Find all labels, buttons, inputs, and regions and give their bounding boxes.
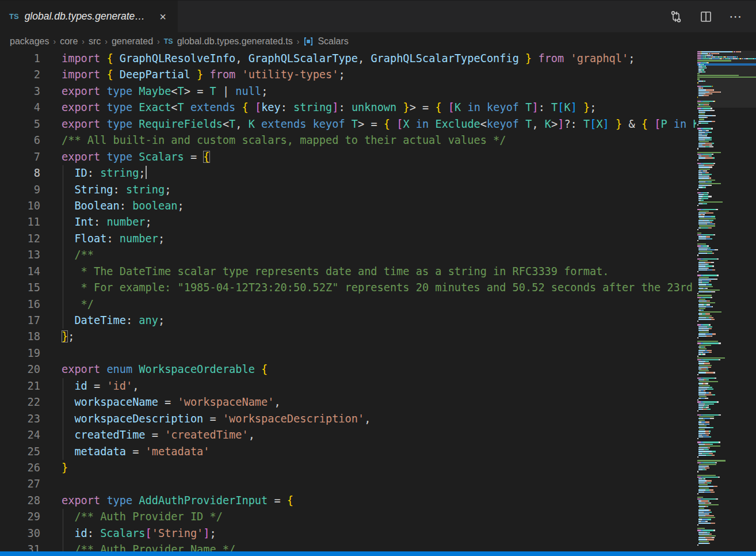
line-number[interactable]: 28 [0, 493, 40, 509]
open-changes-icon[interactable] [669, 9, 684, 24]
code-line[interactable]: * For example: "1985-04-12T23:20:50.52Z"… [62, 280, 696, 296]
tab-close-icon[interactable]: × [156, 10, 170, 24]
tab-global-db-types-generated[interactable]: TS global.db.types.generated.ts × [0, 1, 178, 32]
code-token: = [416, 101, 436, 113]
code-line[interactable]: * The DateTime scalar type represents da… [62, 264, 696, 280]
code-line[interactable]: /** Auth Provider ID */ [62, 509, 696, 525]
code-line[interactable]: */ [62, 296, 696, 313]
code-line[interactable]: Boolean: boolean; [62, 198, 696, 214]
line-number[interactable]: 20 [0, 361, 40, 378]
code-token: export [62, 363, 106, 375]
line-number[interactable]: 10 [0, 198, 40, 214]
line-number[interactable]: 19 [0, 345, 40, 361]
code-line[interactable]: id: Scalars['String']; [62, 525, 696, 542]
line-number[interactable]: 16 [0, 296, 40, 313]
code-line[interactable]: metadata = 'metadata' [62, 444, 696, 460]
breadcrumb-item-generated[interactable]: generated [112, 36, 153, 47]
code-area[interactable]: import { GraphQLResolveInfo, GraphQLScal… [62, 51, 696, 551]
code-token: GraphQLScalarType [242, 52, 358, 64]
code-line[interactable]: createdTime = 'createdTime', [62, 427, 696, 443]
code-line[interactable]: export type Exact<T extends { [key: stri… [62, 100, 696, 116]
code-line[interactable]: import { GraphQLResolveInfo, GraphQLScal… [62, 51, 696, 67]
line-number[interactable]: 21 [0, 378, 40, 394]
indent-guide [63, 427, 63, 443]
line-number[interactable]: 17 [0, 313, 40, 329]
code-token: T [525, 118, 532, 130]
line-number[interactable]: 1 [0, 51, 40, 67]
line-number[interactable]: 9 [0, 182, 40, 198]
code-token: = [268, 494, 287, 507]
code-token: string [100, 167, 139, 179]
more-actions-icon[interactable]: ⋯ [728, 9, 743, 24]
breadcrumb-item-scalars[interactable]: Scalars [303, 36, 348, 47]
code-token: extends [261, 118, 313, 130]
code-line[interactable] [62, 345, 696, 361]
code-line[interactable]: workspaceName = 'workspaceName', [62, 394, 696, 410]
code-line[interactable]: /** [62, 247, 696, 263]
code-line[interactable]: Float: number; [62, 231, 696, 247]
line-number[interactable]: 4 [0, 100, 40, 116]
line-number[interactable]: 23 [0, 411, 40, 427]
line-number[interactable]: 15 [0, 280, 40, 296]
code-line[interactable]: export enum WorkspaceOrderable { [62, 361, 696, 378]
indent-guide [63, 264, 63, 280]
breadcrumb-item-core[interactable]: core [60, 36, 78, 47]
line-number[interactable]: 27 [0, 476, 40, 492]
code-token: = [158, 396, 178, 408]
code-line[interactable]: workspaceDescription = 'workspaceDescrip… [62, 411, 696, 427]
line-number[interactable]: 7 [0, 149, 40, 165]
line-number[interactable]: 2 [0, 67, 40, 83]
code-line[interactable]: Int: number; [62, 214, 696, 230]
minimap[interactable] [697, 51, 756, 551]
code-token: DateTime [74, 314, 126, 326]
code-token: type [106, 494, 139, 507]
code-token: id [74, 380, 87, 392]
code-token [62, 429, 74, 441]
breadcrumb-item-global-db-types-generated-ts[interactable]: TSglobal.db.types.generated.ts [164, 36, 293, 47]
line-number[interactable]: 22 [0, 394, 40, 410]
line-number[interactable]: 8 [0, 165, 40, 181]
code-token [203, 68, 209, 81]
line-number[interactable]: 24 [0, 427, 40, 443]
line-number[interactable]: 18 [0, 329, 40, 345]
code-line[interactable]: String: string; [62, 182, 696, 198]
code-line[interactable]: /** All built-in and custom scalars, map… [62, 132, 696, 148]
line-number-gutter[interactable]: 1234567891011121314151617181920212223242… [0, 51, 40, 556]
line-number[interactable]: 6 [0, 132, 40, 148]
code-token: from [210, 68, 236, 81]
line-number[interactable]: 30 [0, 525, 40, 542]
indent-guide [63, 247, 63, 263]
code-line[interactable] [62, 476, 696, 492]
code-line[interactable]: export type RequireFields<T, K extends k… [62, 116, 696, 132]
code-line[interactable]: import { DeepPartial } from 'utility-typ… [62, 67, 696, 83]
code-line[interactable]: id = 'id', [62, 378, 696, 394]
line-number[interactable]: 29 [0, 509, 40, 525]
editor-pane[interactable]: 1234567891011121314151617181920212223242… [0, 50, 756, 551]
code-token: 'workspaceName' [178, 396, 274, 408]
code-token: T [178, 101, 184, 113]
code-line[interactable]: DateTime: any; [62, 313, 696, 329]
line-number[interactable]: 12 [0, 231, 40, 247]
line-number[interactable]: 5 [0, 116, 40, 132]
code-line[interactable]: } [62, 460, 696, 476]
code-line[interactable]: /** Auth Provider Name */ [62, 542, 696, 551]
split-editor-icon[interactable] [698, 9, 713, 24]
breadcrumb-item-src[interactable]: src [89, 36, 101, 47]
code-token: * The DateTime scalar type represents da… [62, 265, 609, 277]
line-number[interactable]: 13 [0, 247, 40, 263]
code-line[interactable]: export type AddAuthProviderInput = { [62, 493, 696, 509]
code-line[interactable]: export type Scalars = { [62, 149, 696, 165]
code-line[interactable]: }; [62, 329, 696, 345]
line-number[interactable]: 11 [0, 214, 40, 230]
code-token: Scalars [100, 527, 145, 539]
breadcrumb-item-packages[interactable]: packages [10, 36, 49, 47]
line-number[interactable]: 25 [0, 444, 40, 460]
code-token: number [120, 233, 158, 245]
line-number[interactable]: 14 [0, 264, 40, 280]
code-line[interactable]: ID: string; [62, 165, 696, 181]
line-number[interactable]: 3 [0, 83, 40, 100]
code-token: enum [106, 363, 139, 375]
line-number[interactable]: 26 [0, 460, 40, 476]
code-line[interactable]: export type Maybe<T> = T | null; [62, 83, 696, 100]
code-token: } [197, 68, 203, 81]
